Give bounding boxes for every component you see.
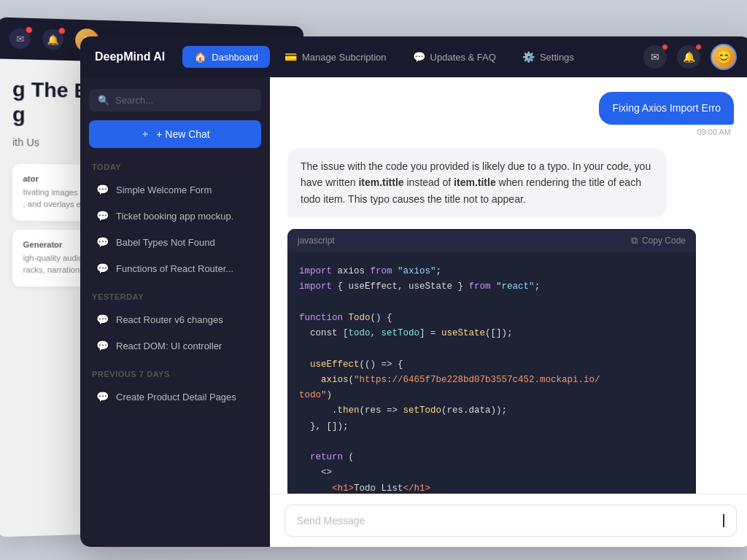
code-line-8: .then(res => setTodo(res.data)); [299,403,684,419]
assistant-text-mid: instead of [404,176,454,188]
chat-item-text-5: React DOM: UI controller [116,341,222,351]
copy-icon: ⧉ [631,235,638,246]
copy-code-button[interactable]: ⧉ Copy Code [631,235,686,246]
home-icon: 🏠 [194,51,206,63]
nav-updates[interactable]: 💬 Updates & FAQ [401,46,508,68]
chat-icon: 💬 [413,51,425,63]
chat-item-icon-2: 💬 [96,236,109,248]
code-line-10: return ( [299,450,684,465]
chat-item-text-1: Ticket booking app mockup. [116,211,233,222]
user-message-wrap: Fixing Axios Import Erro 09:00 AM [287,92,734,136]
code-line-4: const [todo, setTodo] = useState([]); [299,326,684,341]
assistant-bold-1: item.tittle [358,176,403,188]
code-line-blank-1 [299,295,684,311]
code-block-header: javascript ⧉ Copy Code [287,229,696,252]
brand-name: DeepMind AI [95,50,165,63]
code-line-2: import { useEffect, useState } from "rea… [299,279,684,295]
code-block: javascript ⧉ Copy Code import axios from… [287,229,696,494]
input-area [270,494,747,547]
search-input[interactable] [115,95,252,106]
chat-item-text-2: Babel Types Not Found [116,237,215,248]
user-message-column: Fixing Axios Import Erro 09:00 AM [599,92,734,136]
main-window: DeepMind AI 🏠 Dashboard 💳 Manage Subcrip… [80,36,747,547]
user-bubble: Fixing Axios Import Erro [599,92,734,125]
section-today-label: Today [89,163,261,171]
section-prev-label: Previous 7 Days [89,370,261,378]
sidebar-item-0[interactable]: 💬 Simple Welcome Form [89,177,261,202]
topnav-bell-icon[interactable]: 🔔 [677,45,700,69]
topnav-mail-icon[interactable]: ✉ [643,45,667,69]
nav-settings[interactable]: ⚙️ Settings [511,46,586,68]
chat-item-icon-6: 💬 [96,391,109,402]
text-cursor [723,514,724,527]
user-message-time: 09:00 AM [599,128,731,136]
sidebar-item-2[interactable]: 💬 Babel Types Not Found [89,230,261,254]
bg-bell-icon[interactable]: 🔔 [42,29,63,50]
topnav: DeepMind AI 🏠 Dashboard 💳 Manage Subcrip… [80,36,747,77]
nav-items: 🏠 Dashboard 💳 Manage Subcription 💬 Updat… [182,46,643,68]
section-yesterday-label: Yesterday [89,292,261,301]
nav-settings-label: Settings [540,52,574,63]
chat-messages: Fixing Axios Import Erro 09:00 AM The is… [270,77,747,494]
chat-item-icon-4: 💬 [96,314,109,325]
assistant-bubble: The issue with the code you provided is … [287,148,667,217]
search-icon: 🔍 [98,95,109,106]
chat-item-text-6: Create Product Detail Pages [116,392,236,402]
assistant-message-wrap: The issue with the code you provided is … [287,148,734,217]
code-line-blank-3 [299,435,684,450]
new-chat-label: + New Chat [156,128,210,140]
chat-item-icon-5: 💬 [96,340,109,351]
code-line-blank-2 [299,341,684,357]
sidebar-item-4[interactable]: 💬 React Router v6 changes [89,307,261,332]
copy-code-label: Copy Code [642,236,686,246]
new-chat-button[interactable]: ＋ + New Chat [89,120,261,148]
sidebar-item-6[interactable]: 💬 Create Product Detail Pages [89,384,261,409]
code-line-1: import axios from "axios"; [299,264,684,279]
code-line-7: todo") [299,388,684,403]
body-area: 🔍 ＋ + New Chat Today 💬 Simple Welcome Fo… [80,77,747,547]
nav-dashboard-label: Dashboard [212,52,258,63]
code-line-9: }, []); [299,419,684,435]
code-language-label: javascript [298,236,335,246]
card-icon: 💳 [285,51,297,63]
chat-item-icon-0: 💬 [96,184,109,195]
nav-subscription-label: Manage Subcription [302,52,387,63]
sidebar-item-5[interactable]: 💬 React DOM: UI controller [89,333,261,358]
chat-item-text-3: Functions of React Router... [116,263,233,274]
sidebar-item-1[interactable]: 💬 Ticket booking app mockup. [89,203,261,228]
gear-icon: ⚙️ [522,51,535,63]
code-line-11: <> [299,465,684,481]
code-line-3: function Todo() { [299,311,684,326]
sidebar: 🔍 ＋ + New Chat Today 💬 Simple Welcome Fo… [80,77,270,547]
sidebar-item-3[interactable]: 💬 Functions of React Router... [89,256,261,281]
chat-item-icon-3: 💬 [96,262,109,274]
bg-mail-icon[interactable]: ✉ [9,28,31,49]
chat-item-icon-1: 💬 [96,210,109,222]
mail-badge [662,44,668,50]
search-bar[interactable]: 🔍 [89,89,261,112]
chat-item-text-0: Simple Welcome Form [116,184,212,195]
message-input-wrap[interactable] [285,505,737,537]
bell-badge [695,44,702,50]
chat-item-text-4: React Router v6 changes [116,314,223,325]
new-chat-plus-icon: ＋ [140,128,150,141]
topnav-avatar[interactable]: 😊 [711,44,737,70]
code-line-5: useEffect(() => { [299,357,684,373]
topnav-right: ✉ 🔔 😊 [643,44,737,70]
nav-subscription[interactable]: 💳 Manage Subcription [273,46,398,68]
nav-updates-label: Updates & FAQ [430,52,496,63]
message-input[interactable] [297,515,723,526]
nav-dashboard[interactable]: 🏠 Dashboard [182,46,270,68]
chat-area: Fixing Axios Import Erro 09:00 AM The is… [270,77,747,547]
assistant-bold-2: item.title [454,176,496,188]
code-content: import axios from "axios"; import { useE… [287,252,696,494]
code-line-12: <h1>Todo List</h1> [299,481,684,494]
code-line-6: axios("https://6465f7be228bd07b3557c452.… [299,373,684,388]
